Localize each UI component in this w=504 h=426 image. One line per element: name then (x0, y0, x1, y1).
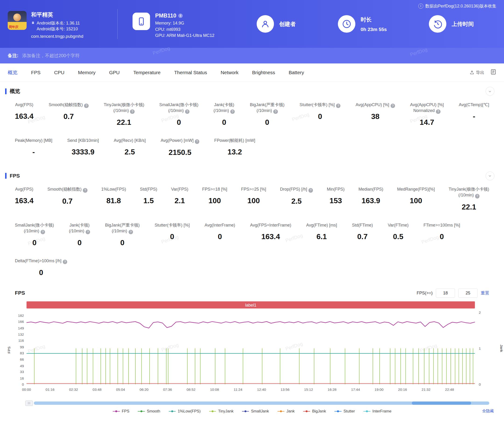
legend-item-InterFrame[interactable]: InterFrame (363, 409, 391, 414)
svg-text:label1: label1 (245, 303, 256, 307)
overview-metrics-row-2: Peak(Memory) [MB]-Send [KB/10min]3333.9A… (5, 136, 499, 166)
legend-item-FPS[interactable]: FPS (113, 409, 129, 414)
tab-Brightness[interactable]: Brightness (245, 70, 282, 75)
svg-text:15:12: 15:12 (304, 388, 313, 391)
svg-text:16:28: 16:28 (328, 388, 336, 391)
info-icon: i (418, 3, 423, 8)
metric: SmallJank(微小卡顿)(/10min)?0 (159, 102, 198, 127)
help-icon[interactable]: ? (185, 109, 190, 114)
metric: TinyJank(极微小卡顿)(/10min)?22.1 (449, 186, 489, 211)
legend-item-Stutter[interactable]: Stutter (334, 409, 355, 414)
help-icon[interactable]: ? (273, 109, 278, 114)
metric-value: 0 (213, 118, 235, 127)
metric-value: 14.7 (410, 118, 444, 127)
svg-text:01:16: 01:16 (45, 388, 54, 391)
device-name: PMB110 (155, 13, 176, 19)
fps-max-input[interactable] (458, 289, 478, 298)
collect-info: i 数据由PerfDog(12.0.260136)版本收集 (418, 3, 497, 9)
legend-item-1%Low(FPS)[interactable]: 1%Low(FPS) (169, 409, 201, 414)
reset-button[interactable]: 重置 (481, 290, 489, 296)
fps-section-title: FPS (10, 173, 20, 179)
help-icon[interactable]: ? (436, 109, 440, 114)
fps-metrics-row-1: Avg(FPS)163.4Smooth(稳帧指数)?0.71%Low(FPS)8… (5, 185, 499, 221)
svg-text:02:32: 02:32 (69, 388, 78, 391)
legend-item-SmallJank[interactable]: SmallJank (242, 409, 269, 414)
metric-value: 2.1 (171, 196, 188, 205)
header: 周年庆 和平精英 Android版本名: 1.36.11 Android版本号:… (0, 0, 504, 48)
overview-collapse-button[interactable] (486, 87, 494, 96)
metric-value: 0.7 (49, 112, 88, 121)
section-accent-bar (5, 173, 7, 179)
svg-text:22:48: 22:48 (445, 388, 454, 391)
hide-all-link[interactable]: 全隐藏 (482, 409, 494, 414)
legend-item-Smooth[interactable]: Smooth (138, 409, 160, 414)
upload-time-block: 上传时间 (429, 15, 474, 33)
help-icon[interactable]: ? (41, 230, 45, 234)
scrollbar-thumb[interactable] (412, 402, 471, 405)
tab-CPU[interactable]: CPU (47, 70, 71, 75)
metric: 1%Low(FPS)81.8 (101, 186, 126, 211)
metric: FPower(帧能耗) [mW]13.2 (214, 138, 255, 156)
fps-chart-block: FPS FPS(>=) 重置 label10163349668399116132… (5, 287, 499, 414)
help-icon[interactable]: ? (195, 139, 199, 144)
tab-FPS[interactable]: FPS (24, 70, 47, 75)
fps-collapse-button[interactable] (486, 171, 494, 180)
help-icon[interactable]: ? (86, 230, 90, 234)
svg-text:00:00: 00:00 (22, 388, 31, 391)
scrollbar-track[interactable] (34, 402, 489, 405)
device-memory: Memory: 14.9G (155, 20, 214, 26)
tab-Network[interactable]: Network (214, 70, 245, 75)
metric: Std(FPS)1.5 (140, 186, 157, 211)
tab-Memory[interactable]: Memory (71, 70, 102, 75)
legend-item-BigJank[interactable]: BigJank (303, 409, 326, 414)
help-icon[interactable]: ? (63, 260, 67, 264)
tab-GPU[interactable]: GPU (102, 70, 127, 75)
help-icon[interactable]: ? (475, 194, 480, 198)
help-icon[interactable]: ? (390, 104, 395, 108)
scrollbar-handle[interactable] (25, 401, 33, 406)
upload-time-icon (429, 15, 446, 33)
svg-text:16: 16 (20, 376, 24, 380)
help-icon[interactable]: ? (84, 104, 88, 108)
legend-item-Jank[interactable]: Jank (277, 409, 295, 414)
note-label: 备注: (8, 52, 18, 59)
svg-text:05:04: 05:04 (116, 388, 125, 391)
help-icon[interactable]: ? (230, 109, 235, 114)
note-input[interactable] (22, 53, 192, 59)
metric-value: 0 (105, 238, 140, 247)
device-cpu: CPU: mt6993 (155, 26, 214, 32)
legend-item-TinyJank[interactable]: TinyJank (209, 409, 234, 414)
metric: Stutter(卡顿率) [%]0 (155, 222, 190, 247)
tab-概览[interactable]: 概览 (8, 69, 24, 76)
help-icon[interactable]: ? (336, 104, 341, 108)
metric: Avg(FPS+InterFrame)163.4 (250, 222, 291, 247)
metric-value: 38 (355, 112, 395, 121)
metric: Var(FTime)0.5 (388, 222, 409, 247)
metric-value: 100 (241, 196, 266, 205)
report-icon[interactable] (490, 69, 496, 76)
svg-text:Jank: Jank (500, 345, 504, 352)
metric: Peak(Memory) [MB]- (15, 138, 52, 156)
svg-text:17:44: 17:44 (351, 388, 360, 391)
metric-value: 1.5 (140, 196, 157, 205)
duration-block: 时长 0h 23m 55s (338, 15, 387, 33)
device-info-icon[interactable]: i (178, 14, 183, 18)
help-icon[interactable]: ? (308, 188, 313, 192)
app-icon-character (13, 14, 21, 21)
metric-value: 0 (15, 268, 67, 277)
help-icon[interactable]: ? (83, 188, 87, 192)
app-title: 和平精英 (31, 11, 83, 18)
metric-value: 6.1 (306, 232, 337, 241)
tab-Battery[interactable]: Battery (282, 70, 311, 75)
svg-text:2: 2 (479, 311, 481, 314)
metric-value: 0 (155, 232, 190, 241)
tab-Thermal Status[interactable]: Thermal Status (167, 70, 214, 75)
help-icon[interactable]: ? (128, 230, 133, 234)
export-button[interactable]: 导出 (470, 70, 484, 75)
fps-min-input[interactable] (436, 289, 455, 298)
metric: Jank(卡顿)(/10min)?0 (69, 222, 90, 247)
svg-text:03:48: 03:48 (93, 388, 101, 391)
fps-chart[interactable]: label10163349668399116132149166182012FPS… (5, 301, 499, 398)
help-icon[interactable]: ? (130, 109, 135, 114)
tab-Temperature[interactable]: Temperature (127, 70, 167, 75)
